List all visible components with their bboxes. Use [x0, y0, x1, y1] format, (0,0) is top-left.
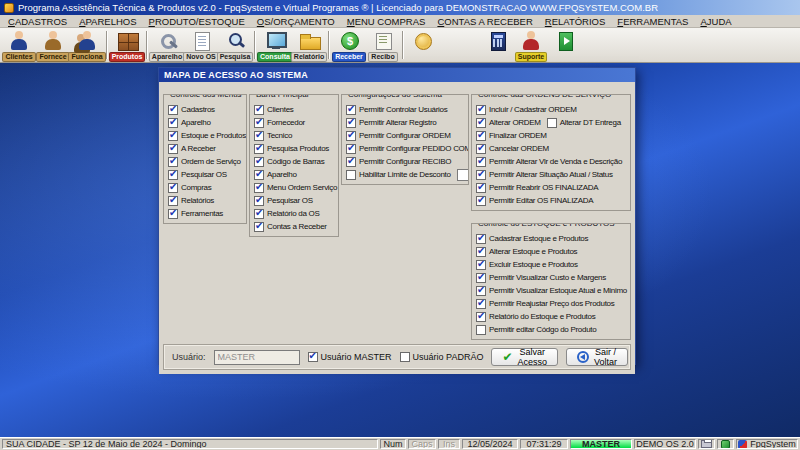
checkbox-permitir-reajustar-preco-dos-produtos[interactable]: Permitir Reajustar Preço dos Produtos — [476, 297, 614, 310]
checkbox-pesquisar-os[interactable]: Pesquisar OS — [168, 168, 227, 181]
checkbox-permitir-configurar-recibo[interactable]: Permitir Configurar RECIBO — [346, 155, 451, 168]
padrao-checkbox[interactable]: Usuário PADRÃO — [400, 351, 484, 364]
toolbar-funciona-button[interactable]: Funciona — [70, 29, 104, 62]
checkbox-label: Incluir / Cadastrar ORDEM — [489, 105, 577, 114]
checkbox-alterar-estoque-e-produtos[interactable]: Alterar Estoque e Produtos — [476, 245, 577, 258]
checkbox-row: Alterar ORDEMAlterar DT Entrega — [476, 116, 627, 129]
checkbox-row: Relatórios — [168, 194, 243, 207]
toolbar-suporte-button[interactable]: Suporte — [514, 29, 548, 62]
checkbox-row: Permitir Configurar PEDIDO COMPRA — [346, 142, 465, 155]
checkbox-estoque-e-produtos[interactable]: Estoque e Produtos — [168, 129, 246, 142]
checkbox-alterar-dt-entrega[interactable]: Alterar DT Entrega — [547, 116, 621, 129]
checkbox-permitir-alterar-vlr-de-venda-e-descricao[interactable]: Permitir Alterar Vlr de Venda e Descriçã… — [476, 155, 622, 168]
checkbox-permitir-configurar-ordem[interactable]: Permitir Configurar ORDEM — [346, 129, 451, 142]
checkbox-relatorios[interactable]: Relatórios — [168, 194, 214, 207]
checkbox-box — [400, 352, 410, 362]
checkbox-fornecedor[interactable]: Fornecedor — [254, 116, 305, 129]
menu-produto-estoque[interactable]: PRODUTO/ESTOQUE — [143, 16, 251, 27]
checkbox-alterar-ordem[interactable]: Alterar ORDEM — [476, 116, 541, 129]
checkbox-permitir-editar-os-finalizada[interactable]: Permitir Editar OS FINALIZADA — [476, 194, 593, 207]
checkbox-row: Contas a Receber — [254, 220, 335, 233]
checkbox-codigo-de-barras[interactable]: Código de Barras — [254, 155, 324, 168]
status-brand: FpqSystem — [736, 439, 798, 449]
checkbox-permitir-configurar-pedido-compra[interactable]: Permitir Configurar PEDIDO COMPRA — [346, 142, 469, 155]
checkbox-permitir-alterar-situacao-atual-status[interactable]: Permitir Alterar Situação Atual / Status — [476, 168, 613, 181]
checkbox-finalizar-ordem[interactable]: Finalizar ORDEM — [476, 129, 547, 142]
checkbox-relatorio-do-estoque-e-produtos[interactable]: Relatório do Estoque e Produtos — [476, 310, 595, 323]
checkbox-ordem-de-servico[interactable]: Ordem de Serviço — [168, 155, 241, 168]
save-button[interactable]: Salvar Acesso — [491, 348, 558, 366]
master-checkbox[interactable]: Usuário MASTER — [308, 351, 392, 364]
checkbox-cadastros[interactable]: Cadastros — [168, 103, 215, 116]
menu-cadastros[interactable]: CADASTROS — [2, 16, 73, 27]
dollar-icon — [337, 31, 361, 51]
checkbox-box — [476, 105, 486, 115]
checkbox-aparelho[interactable]: Aparelho — [168, 116, 211, 129]
toolbar-produtos-button[interactable]: Produtos — [110, 29, 144, 62]
checkbox-permitir-reabrir-os-finalizada[interactable]: Permitir Reabrir OS FINALIZADA — [476, 181, 598, 194]
checkbox-ferramentas[interactable]: Ferramentas — [168, 207, 223, 220]
checkbox-row: A Receber — [168, 142, 243, 155]
toolbar-sair-button[interactable] — [548, 29, 582, 51]
checkbox-permitir-alterar-registro[interactable]: Permitir Alterar Registro — [346, 116, 436, 129]
checkbox-aparelho[interactable]: Aparelho — [254, 168, 297, 181]
exit-button[interactable]: Sair / Voltar — [566, 348, 628, 366]
checkbox-permitir-visualizar-custo-e-margens[interactable]: Permitir Visualizar Custo e Margens — [476, 271, 606, 284]
discount-limit-input[interactable] — [457, 169, 469, 181]
checkbox-box — [476, 299, 486, 309]
toolbar-relatorio-button[interactable]: Relatório — [292, 29, 326, 62]
menu-relatorios[interactable]: RELATÓRIOS — [539, 16, 612, 27]
checkbox-box — [476, 131, 486, 141]
menu-contas-a-receber[interactable]: CONTAS A RECEBER — [431, 16, 538, 27]
checkbox-row: Aparelho — [168, 116, 243, 129]
toolbar-aparelho-button[interactable]: Aparelho — [150, 29, 184, 62]
checkbox-habilitar-limite-de-desconto[interactable]: Habilitar Limite de Desconto — [346, 168, 451, 181]
status-caps-text: Caps — [412, 439, 433, 449]
checkbox-a-receber[interactable]: A Receber — [168, 142, 216, 155]
checkbox-contas-a-receber[interactable]: Contas a Receber — [254, 220, 327, 233]
checkbox-cadastrar-estoque-e-produtos[interactable]: Cadastrar Estoque e Produtos — [476, 232, 588, 245]
checkbox-label: Código de Barras — [267, 157, 324, 166]
toolbar-moeda-button[interactable] — [406, 29, 440, 51]
checkbox-label: Aparelho — [267, 170, 297, 179]
toolbar-pesquisa-button[interactable]: Pesquisa — [218, 29, 252, 62]
checkbox-menu-ordem-servico[interactable]: Menu Ordem Serviço — [254, 181, 337, 194]
checkbox-row: Alterar Estoque e Produtos — [476, 245, 627, 258]
checkbox-relatorio-da-os[interactable]: Relatório da OS — [254, 207, 319, 220]
checkbox-row: Cancelar ORDEM — [476, 142, 627, 155]
checkbox-pesquisar-os[interactable]: Pesquisar OS — [254, 194, 313, 207]
toolbar-calculadora-button[interactable] — [480, 29, 514, 51]
checkbox-excluir-estoque-e-produtos[interactable]: Excluir Estoque e Produtos — [476, 258, 578, 271]
status-caps: Caps — [408, 439, 436, 449]
checkbox-tecnico[interactable]: Tecnico — [254, 129, 292, 142]
checkbox-pesquisa-produtos[interactable]: Pesquisa Produtos — [254, 142, 329, 155]
checkbox-row: Permitir Visualizar Estoque Atual e Mini… — [476, 284, 627, 297]
checkbox-incluir-cadastrar-ordem[interactable]: Incluir / Cadastrar ORDEM — [476, 103, 577, 116]
group-ordens: Controle das ORDENS DE SERVIÇOIncluir / … — [471, 94, 631, 211]
checkbox-row: Compras — [168, 181, 243, 194]
toolbar-separator — [328, 31, 330, 59]
menu-ajuda[interactable]: AJUDA — [694, 16, 737, 27]
toolbar-receber-button[interactable]: Receber — [332, 29, 366, 62]
status-date: 12/05/2024 — [462, 439, 518, 449]
toolbar-label: Novo OS — [183, 52, 219, 62]
checkbox-permitir-editar-codgo-do-produto[interactable]: Permitir editar Códgo do Produto — [476, 323, 596, 336]
user-input[interactable] — [214, 350, 300, 365]
toolbar-label: Consulta — [257, 52, 293, 62]
checkbox-permitir-visualizar-estoque-atual-e-minimo[interactable]: Permitir Visualizar Estoque Atual e Mini… — [476, 284, 627, 297]
toolbar-novo-os-button[interactable]: Novo OS — [184, 29, 218, 62]
checkbox-cancelar-ordem[interactable]: Cancelar ORDEM — [476, 142, 549, 155]
checkbox-permitir-controlar-usuarios[interactable]: Permitir Controlar Usuários — [346, 103, 447, 116]
group-title: Barra Principal — [254, 94, 310, 99]
toolbar-consulta-button[interactable]: Consulta — [258, 29, 292, 62]
checkbox-clientes[interactable]: Clientes — [254, 103, 294, 116]
toolbar-recibo-button[interactable]: Recibo — [366, 29, 400, 62]
menu-ferramentas[interactable]: FERRAMENTAS — [611, 16, 694, 27]
wrench-icon — [721, 440, 730, 449]
menu-aparelhos[interactable]: APARELHOS — [73, 16, 142, 27]
checkbox-compras[interactable]: Compras — [168, 181, 211, 194]
toolbar-clientes-button[interactable]: Clientes — [2, 29, 36, 62]
menu-os-orcamento[interactable]: OS/ORÇAMENTO — [251, 16, 341, 27]
menu-menu-compras[interactable]: MENU COMPRAS — [341, 16, 432, 27]
toolbar-fornece-button[interactable]: Fornece — [36, 29, 70, 62]
